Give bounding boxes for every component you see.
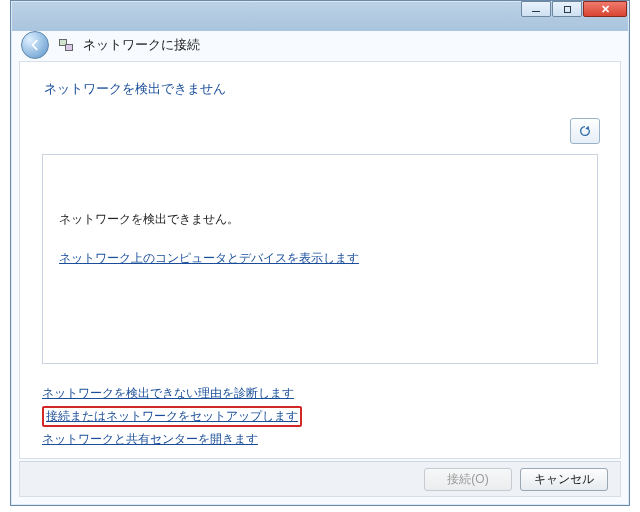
refresh-icon [578, 124, 592, 138]
minimize-button[interactable] [521, 1, 551, 17]
refresh-button[interactable] [570, 118, 600, 144]
network-icon [57, 36, 75, 54]
connect-button: 接続(O) [424, 468, 512, 491]
client-area: ネットワークを検出できません ネットワークを検出できません。 ネットワーク上のコ… [19, 61, 621, 459]
panel-message: ネットワークを検出できません。 [59, 211, 581, 228]
back-button[interactable] [21, 31, 49, 59]
dialog-footer: 接続(O) キャンセル [19, 461, 621, 497]
back-arrow-icon [28, 38, 42, 52]
help-links: ネットワークを検出できない理由を診断します 接続またはネットワークをセットアップ… [20, 372, 620, 460]
setup-connection-link[interactable]: 接続またはネットワークをセットアップします [42, 406, 302, 427]
close-button[interactable]: ✕ [583, 1, 627, 17]
page-heading: ネットワークを検出できません [20, 62, 620, 110]
network-list-panel: ネットワークを検出できません。 ネットワーク上のコンピュータとデバイスを表示しま… [42, 154, 598, 364]
titlebar: ✕ [11, 1, 629, 25]
refresh-row [20, 110, 620, 150]
sharing-center-link[interactable]: ネットワークと共有センターを開きます [42, 428, 258, 451]
diagnose-link[interactable]: ネットワークを検出できない理由を診断します [42, 382, 294, 405]
dialog-window: ✕ ネットワークに接続 ネットワークを検出できません ネットワークを検出できませ… [10, 0, 630, 506]
cancel-button[interactable]: キャンセル [520, 468, 608, 491]
show-devices-link[interactable]: ネットワーク上のコンピュータとデバイスを表示します [59, 250, 359, 267]
header-bar: ネットワークに接続 [11, 25, 629, 65]
window-title: ネットワークに接続 [83, 36, 200, 54]
close-icon: ✕ [601, 3, 610, 16]
maximize-button[interactable] [552, 1, 582, 17]
